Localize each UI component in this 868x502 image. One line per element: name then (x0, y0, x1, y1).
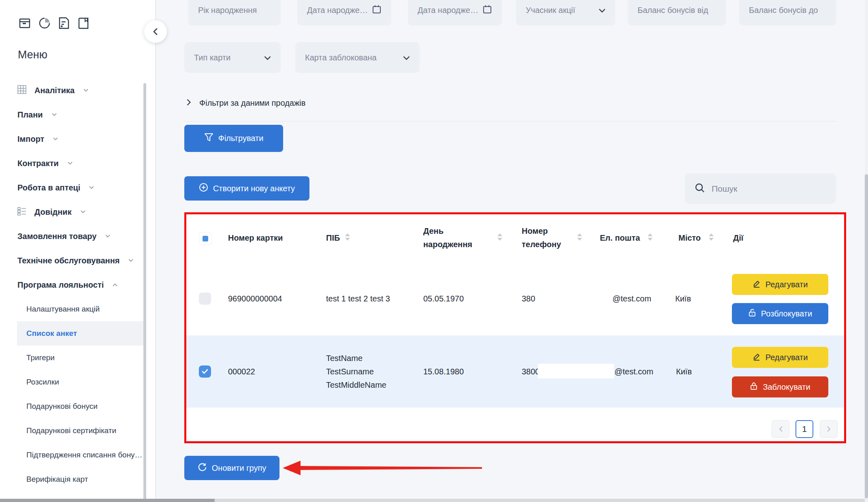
card-number-cell: 969000000004 (228, 262, 282, 335)
refresh-icon (198, 462, 207, 474)
bonus-balance-to-input[interactable]: Баланс бонусів до (739, 0, 836, 26)
sidebar-collapse-button[interactable] (144, 20, 167, 43)
sidebar-top-icons (18, 17, 90, 30)
sales-filters-toggle[interactable]: Фільтри за даними продажів (187, 98, 305, 108)
chevron-down-icon (105, 235, 110, 238)
row-checkbox[interactable] (199, 293, 211, 305)
chevron-down-icon (403, 53, 410, 62)
sidebar-item-directory[interactable]: Довідник (17, 200, 85, 224)
birthday-cell: 15.08.1980 (423, 335, 464, 408)
calendar-icon (372, 4, 382, 16)
sidebar-item-maintenance[interactable]: Технічне обслуговування (17, 248, 133, 273)
card-blocked-select[interactable]: Карта заблокована (295, 42, 420, 73)
pagination-next-button[interactable] (820, 420, 838, 438)
sort-icon[interactable] (497, 233, 502, 241)
sort-icon[interactable] (709, 233, 714, 241)
pagination-page-1[interactable]: 1 (795, 420, 813, 438)
sidebar-item-loyalty-program[interactable]: Програма лояльності (17, 273, 117, 297)
sidebar-item-goods-order[interactable]: Замовлення товару (17, 224, 110, 248)
annotation-arrow (279, 457, 486, 481)
funnel-icon (204, 133, 213, 144)
pie-chart-icon[interactable] (38, 17, 51, 30)
pencil-icon (753, 352, 761, 363)
filter-button[interactable]: Фільтрувати (184, 125, 283, 152)
column-header-city[interactable]: Місто (678, 214, 701, 262)
birth-date-from-input[interactable]: Дата народже… (297, 0, 391, 26)
card-number-cell: 000022 (228, 335, 255, 408)
sidebar-subitem-gift-bonuses[interactable]: Подарункові бонуси (26, 394, 98, 419)
edit-button[interactable]: Редагувати (732, 347, 828, 368)
sort-icon[interactable] (648, 233, 653, 241)
chevron-down-icon (81, 210, 85, 214)
sidebar-item-import[interactable]: Імпорт (17, 127, 58, 151)
chevron-down-icon (599, 6, 606, 15)
sidebar-subitem-promo-settings[interactable]: Налаштування акцій (26, 297, 100, 321)
questionnaire-table: Номер картки ПІБ День народження Номер т… (184, 212, 846, 443)
row-checkbox[interactable] (199, 365, 211, 378)
horizontal-scrollbar[interactable] (0, 499, 868, 502)
phone-cell: 380 (522, 262, 535, 335)
chevron-down-icon (68, 162, 73, 165)
year-of-birth-input[interactable]: Рік народження (188, 0, 281, 26)
sort-icon[interactable] (345, 233, 350, 241)
column-header-phone[interactable]: Номер телефону (522, 224, 568, 251)
sidebar-item-plans[interactable]: Плани (17, 103, 57, 127)
sidebar-item-analytics[interactable]: Аналітика (17, 78, 88, 103)
birthday-cell: 05.05.1970 (423, 262, 464, 335)
chevron-down-icon (53, 137, 58, 141)
sidebar-subitem-questionnaire-list[interactable]: Список анкет (26, 321, 77, 346)
create-questionnaire-button[interactable]: Створити нову анкету (184, 176, 309, 201)
search-icon (695, 183, 705, 195)
chevron-right-icon (187, 98, 191, 108)
table-row: 969000000004 test 1 test 2 test 3 05.05.… (186, 262, 844, 335)
column-header-birthday[interactable]: День народження (423, 224, 476, 251)
bonus-balance-from-input[interactable]: Баланс бонусів від (628, 0, 726, 26)
vertical-scrollbar[interactable] (865, 0, 868, 502)
column-header-actions[interactable]: Дії (733, 214, 743, 262)
sidebar-subitem-gift-certificates[interactable]: Подарункові сертифікати (26, 419, 116, 443)
select-all-checkbox[interactable] (199, 232, 212, 245)
city-cell: Київ (675, 262, 691, 335)
vertical-scrollbar-thumb[interactable] (865, 174, 868, 498)
sidebar-subitem-bonus-writeoff-confirm[interactable]: Підтвердження списання бону… (26, 443, 143, 467)
chevron-down-icon (89, 186, 94, 189)
list-icon (17, 207, 26, 218)
book-icon[interactable] (77, 17, 90, 30)
sidebar-subitem-triggers[interactable]: Тригери (26, 346, 55, 370)
chevron-down-icon (128, 259, 133, 262)
column-header-name[interactable]: ПІБ (326, 214, 340, 262)
sidebar-scrollbar[interactable] (143, 83, 146, 502)
column-header-email[interactable]: Ел. пошта (600, 214, 640, 262)
column-header-card-number[interactable]: Номер картки (228, 214, 283, 262)
chevron-down-icon (83, 89, 88, 92)
birth-date-to-input[interactable]: Дата народже… (408, 0, 502, 26)
sidebar-item-contracts[interactable]: Контракти (17, 151, 73, 175)
sidebar-title: Меню (18, 49, 47, 61)
sidebar-item-pharmacy-work[interactable]: Робота в аптеці (17, 175, 94, 200)
archive-icon[interactable] (18, 17, 31, 30)
pagination-prev-button[interactable] (772, 420, 789, 438)
filters-divider (184, 121, 836, 122)
city-cell: Київ (676, 335, 692, 408)
update-group-button[interactable]: Оновити групу (184, 456, 279, 480)
search-input[interactable] (711, 184, 826, 194)
chevron-down-icon (52, 113, 57, 116)
sidebar-subitem-card-verification[interactable]: Верифікація карт (26, 467, 88, 491)
calendar-icon (482, 4, 492, 16)
promo-participant-select[interactable]: Учасник акції (516, 0, 615, 26)
search-box (685, 173, 836, 204)
name-cell: test 1 test 2 test 3 (326, 262, 390, 335)
block-button[interactable]: Заблокувати (732, 376, 828, 397)
email-cell: @test.com (612, 262, 651, 335)
edit-button[interactable]: Редагувати (732, 274, 828, 295)
lock-icon (750, 382, 758, 392)
chevron-up-icon (113, 283, 117, 286)
unblock-button[interactable]: Розблокувати (732, 303, 828, 324)
sidebar-subitem-mailings[interactable]: Розсилки (26, 370, 59, 394)
card-type-select[interactable]: Тип карти (184, 42, 281, 73)
plus-circle-icon (199, 183, 208, 194)
loyalty-program-page: Меню Аналітика Плани Імпорт Контракти Ро… (0, 0, 868, 502)
sort-icon[interactable] (577, 233, 582, 241)
document-icon[interactable] (58, 17, 70, 30)
horizontal-scrollbar-thumb[interactable] (0, 499, 215, 502)
